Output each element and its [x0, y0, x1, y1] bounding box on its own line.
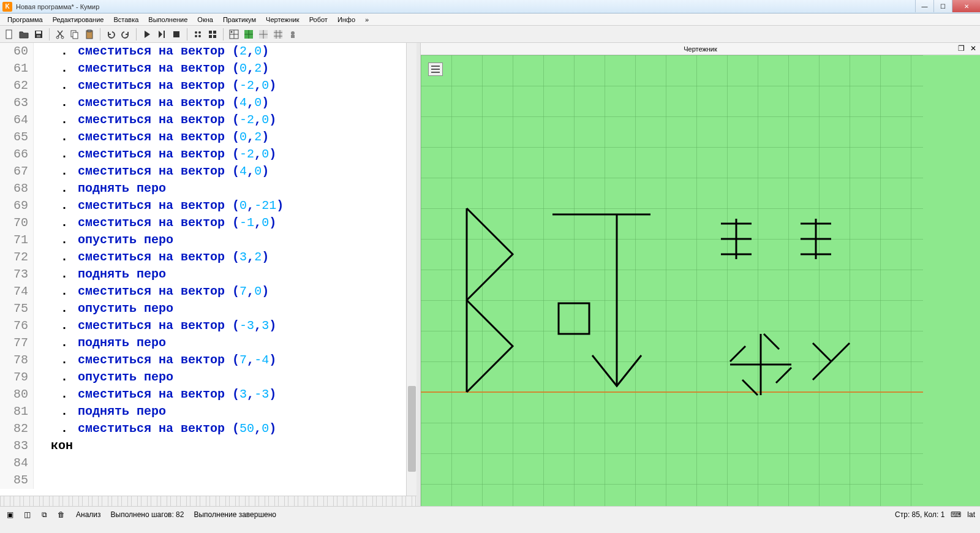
svg-rect-38 [421, 55, 923, 506]
status-icon-console[interactable]: ▣ [5, 510, 15, 520]
code-line[interactable]: 82. сместиться на вектор (50,0) [0, 420, 417, 437]
code-line[interactable]: 61. сместиться на вектор (0,2) [0, 60, 417, 77]
menu-item-1[interactable]: Редактирование [48, 15, 109, 25]
code-number: 0 [254, 43, 262, 60]
close-button[interactable]: ✕ [952, 0, 980, 12]
code-number: 0 [262, 146, 269, 163]
indent-dot: . [51, 94, 78, 112]
status-icon-delete[interactable]: 🗑 [56, 510, 66, 520]
code-line[interactable]: 60. сместиться на вектор (2,0) [0, 43, 417, 60]
menu-item-6[interactable]: Чертежник [261, 15, 304, 25]
line-number: 76 [0, 317, 34, 335]
code-line[interactable]: 65. сместиться на вектор (0,2) [0, 129, 417, 146]
save-file-button[interactable] [32, 28, 45, 41]
step-into-button[interactable] [206, 28, 219, 41]
code-line[interactable]: 83кон [0, 437, 417, 455]
indent-dot: . [51, 386, 78, 403]
svg-rect-18 [209, 35, 212, 38]
canvas-menu-button[interactable] [428, 62, 443, 76]
code-line[interactable]: 84 [0, 455, 417, 472]
code-line[interactable]: 78. сместиться на вектор (7,-4) [0, 352, 417, 369]
status-analysis: Анализ [76, 510, 101, 519]
code-line[interactable]: 79. опустить перо [0, 369, 417, 386]
step-over-button[interactable] [191, 28, 205, 41]
grid2-button[interactable] [257, 28, 270, 41]
robot-button[interactable] [286, 28, 300, 41]
code-line[interactable]: 64. сместиться на вектор (-2,0) [0, 112, 417, 129]
svg-point-13 [198, 31, 201, 34]
line-number: 75 [0, 300, 34, 317]
canvas-title: Чертежник [684, 45, 717, 53]
menu-item-2[interactable]: Вставка [108, 15, 143, 25]
code-line[interactable]: 70. сместиться на вектор (-1,0) [0, 214, 417, 232]
status-keyboard-icon[interactable]: ⌨ [951, 510, 961, 519]
svg-rect-7 [73, 32, 78, 39]
menu-item-8[interactable]: Инфо [333, 15, 360, 25]
code-number: -4 [254, 352, 269, 369]
code-editor[interactable]: 60. сместиться на вектор (2,0)61. смести… [0, 43, 417, 496]
code-line[interactable]: 62. сместиться на вектор (-2,0) [0, 77, 417, 94]
app-icon: K [2, 2, 12, 12]
code-line[interactable]: 63. сместиться на вектор (4,0) [0, 94, 417, 112]
menu-item-0[interactable]: Программа [2, 15, 48, 25]
grid1-button[interactable] [227, 28, 241, 41]
code-line[interactable]: 75. опустить перо [0, 300, 417, 317]
indent-dot: . [51, 352, 78, 369]
code-line[interactable]: 72. сместиться на вектор (3,2) [0, 249, 417, 266]
code-keyword: сместиться на вектор [78, 94, 225, 112]
code-number: 7 [239, 352, 247, 369]
canvas-close-button[interactable]: ✕ [969, 44, 978, 53]
menu-item-4[interactable]: Окна [192, 15, 218, 25]
code-line[interactable]: 81. поднять перо [0, 403, 417, 420]
code-line[interactable]: 76. сместиться на вектор (-3,3) [0, 317, 417, 335]
canvas-area[interactable] [421, 55, 980, 506]
indent-dot: . [51, 197, 78, 214]
indent-dot: . [51, 369, 78, 386]
code-keyword: поднять перо [78, 335, 166, 352]
vertical-scrollbar[interactable] [406, 43, 417, 496]
grid3-button[interactable] [271, 28, 285, 41]
redo-button[interactable] [119, 28, 132, 41]
canvas-popout-button[interactable]: ❐ [957, 44, 965, 53]
menu-item-7[interactable]: Робот [304, 15, 333, 25]
code-keyword: кон [51, 437, 73, 455]
code-line[interactable]: 85 [0, 472, 417, 489]
code-line[interactable]: 69. сместиться на вектор (0,-21) [0, 197, 417, 214]
code-line[interactable]: 66. сместиться на вектор (-2,0) [0, 146, 417, 163]
editor-pane: 60. сместиться на вектор (2,0)61. смести… [0, 43, 417, 506]
code-line[interactable]: 68. поднять перо [0, 180, 417, 197]
grid-green-button[interactable] [242, 28, 255, 41]
run-button[interactable] [140, 28, 154, 41]
open-file-button[interactable] [17, 28, 31, 41]
paste-button[interactable] [83, 28, 96, 41]
minimize-button[interactable]: — [915, 0, 933, 12]
code-line[interactable]: 73. поднять перо [0, 266, 417, 283]
maximize-button[interactable]: ☐ [933, 0, 952, 12]
window-controls: — ☐ ✕ [915, 0, 980, 12]
scrollbar-thumb[interactable] [408, 386, 416, 472]
code-keyword: сместиться на вектор [78, 43, 225, 60]
status-icon-output[interactable]: ◫ [22, 510, 32, 520]
new-file-button[interactable] [2, 28, 16, 41]
indent-dot: . [51, 266, 78, 283]
svg-rect-0 [6, 30, 12, 39]
code-line[interactable]: 77. поднять перо [0, 335, 417, 352]
code-line[interactable]: 71. опустить перо [0, 232, 417, 249]
code-line[interactable]: 74. сместиться на вектор (7,0) [0, 283, 417, 300]
toolbar-separator [49, 28, 50, 40]
status-icon-copy[interactable]: ⧉ [39, 510, 49, 520]
copy-button[interactable] [68, 28, 81, 41]
menu-item-9[interactable]: » [360, 15, 374, 25]
code-line[interactable]: 80. сместиться на вектор (3,-3) [0, 386, 417, 403]
horizontal-scrollbar[interactable] [0, 496, 417, 506]
code-keyword: сместиться на вектор [78, 129, 225, 146]
cut-button[interactable] [53, 28, 67, 41]
code-line[interactable]: 67. сместиться на вектор (4,0) [0, 163, 417, 180]
stop-button[interactable] [170, 28, 183, 41]
indent-dot: . [51, 403, 78, 420]
step-run-button[interactable] [155, 28, 168, 41]
indent-dot: . [51, 180, 78, 197]
menu-item-3[interactable]: Выполнение [143, 15, 192, 25]
menu-item-5[interactable]: Практикум [218, 15, 261, 25]
undo-button[interactable] [104, 28, 118, 41]
